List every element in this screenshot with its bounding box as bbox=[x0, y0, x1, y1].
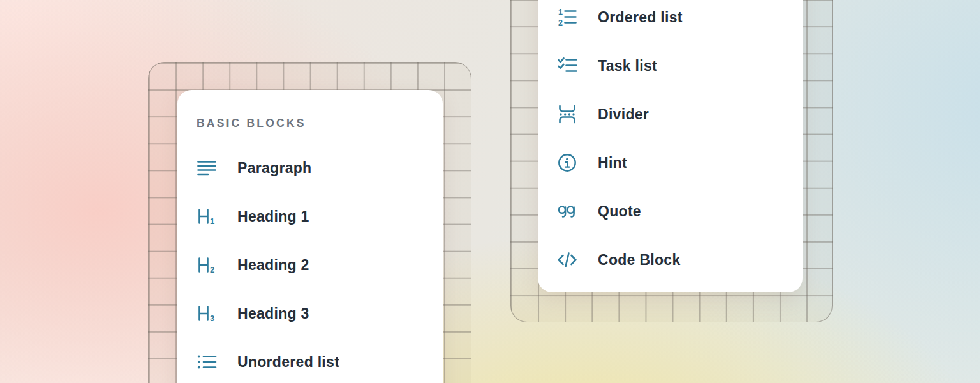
heading-2-icon: 2 bbox=[197, 255, 217, 275]
divider-icon bbox=[557, 104, 577, 124]
menu-item-quote[interactable]: Quote bbox=[557, 199, 781, 224]
page-background: BASIC BLOCKS Paragraph1Heading 12Heading… bbox=[0, 0, 980, 383]
menu-item-paragraph[interactable]: Paragraph bbox=[197, 155, 421, 181]
menu-item-label: Paragraph bbox=[237, 160, 311, 177]
menu-item-task-list[interactable]: Task list bbox=[557, 53, 781, 79]
menu-item-label: Ordered list bbox=[598, 9, 683, 26]
svg-text:1: 1 bbox=[210, 216, 214, 226]
menu-item-heading-1[interactable]: 1Heading 1 bbox=[197, 204, 421, 229]
menu-item-ordered-list[interactable]: 12Ordered list bbox=[557, 4, 781, 30]
svg-text:1: 1 bbox=[558, 8, 563, 17]
code-block-icon bbox=[557, 250, 577, 270]
heading-1-icon: 1 bbox=[197, 206, 217, 227]
quote-icon bbox=[557, 201, 577, 222]
menu-item-label: Unordered list bbox=[237, 354, 339, 371]
menu-item-code-block[interactable]: Code Block bbox=[557, 247, 781, 273]
menu-item-heading-3[interactable]: 3Heading 3 bbox=[197, 301, 421, 326]
menu-item-unordered-list[interactable]: Unordered list bbox=[197, 349, 421, 375]
menu-item-divider[interactable]: Divider bbox=[557, 101, 781, 127]
svg-text:2: 2 bbox=[558, 19, 563, 27]
svg-text:2: 2 bbox=[210, 265, 214, 274]
menu-item-label: Hint bbox=[598, 154, 627, 172]
menu-item-hint[interactable]: Hint bbox=[557, 150, 781, 176]
more-blocks-menu: 12Ordered listTask listDividerHintQuoteC… bbox=[557, 4, 781, 273]
menu-item-label: Heading 2 bbox=[237, 257, 309, 274]
unordered-list-icon bbox=[197, 352, 217, 372]
task-list-icon bbox=[557, 56, 577, 76]
more-blocks-menu-card: 12Ordered listTask listDividerHintQuoteC… bbox=[538, 0, 803, 292]
ordered-list-icon: 12 bbox=[557, 7, 577, 27]
menu-item-label: Quote bbox=[598, 203, 641, 220]
menu-item-label: Heading 1 bbox=[237, 208, 309, 225]
menu-item-label: Heading 3 bbox=[237, 305, 309, 322]
hint-icon bbox=[557, 153, 577, 173]
basic-blocks-menu-card: BASIC BLOCKS Paragraph1Heading 12Heading… bbox=[177, 90, 443, 383]
paragraph-icon bbox=[197, 158, 217, 178]
section-label-basic-blocks: BASIC BLOCKS bbox=[197, 117, 421, 130]
basic-blocks-menu: Paragraph1Heading 12Heading 23Heading 3U… bbox=[197, 155, 421, 375]
svg-text:3: 3 bbox=[210, 313, 214, 323]
menu-item-label: Task list bbox=[598, 57, 657, 75]
menu-item-label: Divider bbox=[598, 106, 649, 123]
heading-3-icon: 3 bbox=[197, 303, 217, 324]
menu-item-label: Code Block bbox=[598, 252, 681, 269]
menu-item-heading-2[interactable]: 2Heading 2 bbox=[197, 252, 421, 278]
